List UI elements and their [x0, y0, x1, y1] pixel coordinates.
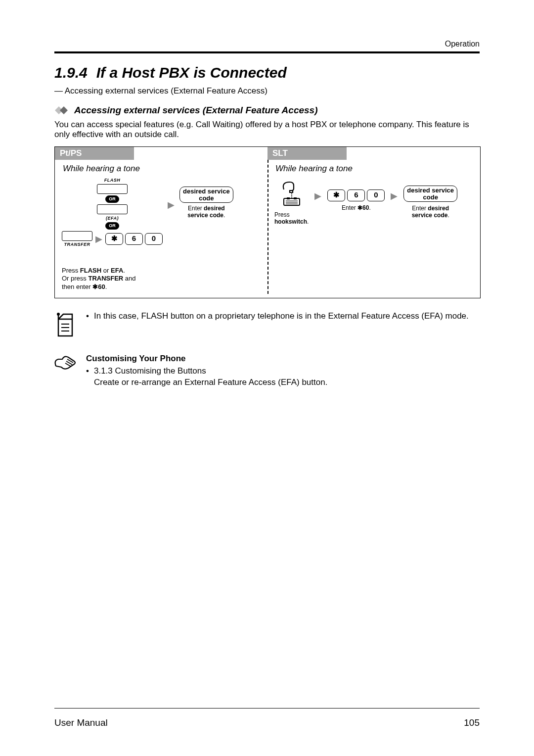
ptps-service-block: desired service code Enter desiredservic…	[179, 187, 233, 219]
footer-left: User Manual	[54, 717, 108, 728]
efa-key-icon	[97, 204, 128, 214]
svc-line1: desired service	[183, 188, 230, 195]
service-code-box: desired service code	[403, 186, 457, 202]
top-rule	[54, 51, 480, 53]
digit-0: 0	[367, 189, 385, 201]
subsection-title: Accessing external services (External Fe…	[74, 105, 318, 116]
transfer-key-icon	[62, 231, 92, 241]
phone-hookswitch-icon	[279, 181, 305, 208]
flash-key-icon	[97, 184, 128, 194]
digit-6: 6	[347, 189, 365, 201]
slt-digits-block: ✱ 6 0 Enter ✱60.	[327, 189, 385, 211]
running-header: Operation	[54, 40, 480, 48]
svc-line2: code	[407, 194, 454, 201]
diamond-bullet-icon	[54, 106, 69, 115]
note-icon	[54, 312, 76, 340]
subsection-body: You can access special features (e.g. Ca…	[54, 120, 480, 140]
svg-marker-1	[60, 106, 68, 114]
section-number: 1.9.4	[54, 64, 88, 81]
digit-star: ✱	[327, 189, 345, 201]
svg-rect-3	[287, 197, 290, 199]
flash-key-label: FLASH	[104, 178, 121, 183]
digit-star: ✱	[105, 233, 123, 245]
efa-key-label: (EFA)	[106, 216, 119, 221]
customise-heading: Customising Your Phone	[86, 354, 186, 363]
or-pill-1: OR	[105, 195, 119, 203]
customise-block: Customising Your Phone 3.1.3 Customising…	[86, 353, 327, 388]
customise-desc: Create or re-arrange an External Feature…	[94, 378, 327, 387]
arrow-icon: ▶	[95, 234, 102, 244]
ptps-key-stack: FLASH OR (EFA) OR TRANSFER ▶ ✱	[62, 178, 163, 247]
section-title: 1.9.4If a Host PBX is Connected	[54, 64, 480, 81]
ptps-header: Pt/PS	[55, 147, 134, 160]
section-intro: — Accessing external services (External …	[54, 86, 480, 96]
column-divider	[267, 160, 268, 294]
arrow-icon: ▶	[391, 190, 398, 201]
svc-line1: desired service	[407, 187, 454, 194]
ptps-instruction: Press FLASH or EFA. Or press TRANSFER an…	[62, 267, 261, 291]
hookswitch-block: Presshookswitch.	[274, 181, 309, 225]
slt-service-block: desired service code Enter desiredservic…	[403, 186, 457, 219]
svc-line2: code	[183, 195, 230, 202]
hand-point-icon	[54, 354, 76, 374]
slt-caption: Enter desiredservice code.	[412, 205, 449, 219]
note-text: In this case, FLASH button on a propriet…	[94, 311, 469, 321]
arrow-icon: ▶	[168, 199, 175, 210]
svg-rect-4	[294, 197, 297, 199]
hookswitch-caption: Presshookswitch.	[274, 211, 309, 225]
customise-ref: 3.1.3 Customising the Buttons	[94, 366, 206, 376]
page-number: 105	[464, 717, 480, 728]
ptps-digit-keys: ✱ 6 0	[105, 233, 163, 245]
slt-header: SLT	[267, 147, 347, 160]
ptps-condition: While hearing a tone	[63, 164, 261, 174]
transfer-key-label: TRANSFER	[64, 242, 90, 247]
digit-6: 6	[125, 233, 143, 245]
procedure-box: Pt/PS While hearing a tone FLASH OR (EFA…	[54, 146, 481, 298]
bottom-rule	[54, 708, 480, 709]
section-title-text: If a Host PBX is Connected	[96, 64, 287, 81]
svg-rect-2	[284, 198, 300, 205]
slt-condition: While hearing a tone	[275, 164, 473, 174]
slt-digits-caption: Enter ✱60.	[342, 204, 371, 211]
or-pill-2: OR	[105, 222, 119, 230]
service-code-box: desired service code	[179, 187, 233, 203]
arrow-icon: ▶	[314, 190, 321, 201]
ptps-caption: Enter desiredservice code.	[187, 205, 225, 219]
note-bullet: In this case, FLASH button on a propriet…	[86, 311, 469, 321]
digit-0: 0	[145, 233, 163, 245]
